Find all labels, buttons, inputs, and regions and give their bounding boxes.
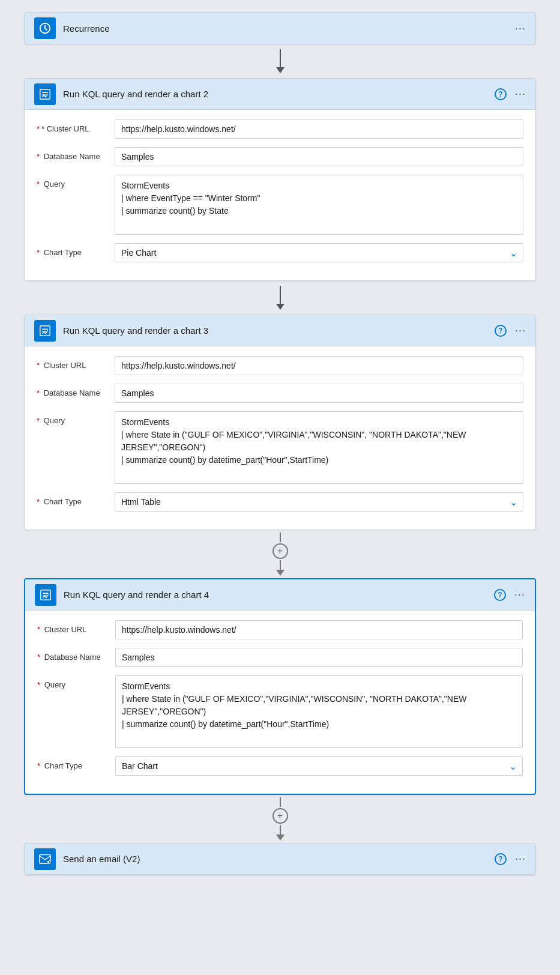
card-4-ellipsis-button[interactable]: ···	[514, 588, 525, 601]
add-step-button-1[interactable]: +	[272, 543, 288, 559]
recurrence-header: Recurrence ···	[25, 13, 535, 44]
card-3-cluster-input[interactable]	[115, 356, 523, 375]
card-4-charttype-select[interactable]: Bar Chart Pie Chart Html Table	[115, 756, 523, 776]
plus-connector-2: +	[272, 797, 288, 841]
card-2-database-input[interactable]	[115, 147, 523, 166]
card-3: Run KQL query and render a chart 3 ? ···…	[24, 315, 536, 530]
card-3-database-label: * Database Name	[37, 384, 115, 397]
card-3-charttype-row: * Chart Type Html Table Pie Chart Bar Ch…	[37, 492, 523, 512]
plus-connector-2-bottom-arrow	[276, 835, 285, 841]
send-email-card: Send an email (V2) ? ···	[24, 843, 536, 875]
recurrence-icon	[34, 17, 56, 39]
card-4-help-button[interactable]: ?	[494, 589, 506, 601]
plus-connector-1: +	[272, 533, 288, 576]
card-4-query-input[interactable]: StormEvents | where State in ("GULF OF M…	[115, 675, 523, 748]
card-4-cluster-row: * Cluster URL	[37, 620, 523, 639]
card-4-query-required: *	[37, 680, 40, 689]
card-3-database-input[interactable]	[115, 384, 523, 403]
card-2-database-label: * Database Name	[37, 147, 115, 161]
send-email-ellipsis-button[interactable]: ···	[515, 853, 526, 865]
card-4-database-required: *	[37, 653, 40, 662]
card-2-charttype-row: * Chart Type Pie Chart Bar Chart Html Ta…	[37, 243, 523, 262]
card-3-title: Run KQL query and render a chart 3	[63, 325, 495, 336]
card-2-actions: ? ···	[495, 88, 526, 100]
card-4-charttype-row: * Chart Type Bar Chart Pie Chart Html Ta…	[37, 756, 523, 776]
svg-point-12	[47, 860, 50, 863]
connector-1	[276, 49, 285, 73]
card-4-cluster-input[interactable]	[115, 620, 523, 639]
card-4-cluster-required: *	[37, 625, 40, 634]
send-email-icon	[34, 848, 56, 870]
card-4-body: * Cluster URL * Database Name * Query St…	[25, 611, 535, 794]
card-3-icon	[34, 320, 56, 342]
card-3-charttype-required: *	[37, 497, 40, 506]
card-3-query-row: * Query StormEvents | where State in ("G…	[37, 411, 523, 484]
card-3-body: * Cluster URL * Database Name * Query St…	[25, 346, 535, 530]
card-2-database-required: *	[37, 152, 40, 161]
recurrence-actions: ···	[515, 22, 526, 35]
card-3-cluster-label: * Cluster URL	[37, 356, 115, 370]
card-4-database-row: * Database Name	[37, 648, 523, 667]
card-4-charttype-wrapper: Bar Chart Pie Chart Html Table ⌄	[115, 756, 523, 776]
card-3-charttype-label: * Chart Type	[37, 492, 115, 506]
kql-icon-4	[39, 588, 52, 602]
card-2-database-row: * Database Name	[37, 147, 523, 166]
card-3-ellipsis-button[interactable]: ···	[515, 324, 526, 337]
send-email-actions: ? ···	[495, 853, 526, 865]
card-4-query-row: * Query StormEvents | where State in ("G…	[37, 675, 523, 748]
add-step-button-2[interactable]: +	[272, 808, 288, 824]
plus-connector-1-top-line	[280, 533, 281, 542]
connector-line-1	[280, 49, 281, 67]
card-2-cluster-required: *	[37, 124, 40, 133]
card-2-charttype-label: * Chart Type	[37, 243, 115, 257]
connector-2	[276, 286, 285, 310]
card-2-charttype-wrapper: Pie Chart Bar Chart Html Table ⌄	[115, 243, 523, 262]
card-4-header: Run KQL query and render a chart 4 ? ···	[25, 579, 535, 611]
card-2-cluster-label: ** Cluster URL	[37, 119, 115, 133]
svg-rect-7	[41, 590, 51, 600]
card-3-charttype-wrapper: Html Table Pie Chart Bar Chart ⌄	[115, 492, 523, 512]
card-2-title: Run KQL query and render a chart 2	[63, 89, 495, 99]
card-3-header: Run KQL query and render a chart 3 ? ···	[25, 315, 535, 346]
send-email-help-button[interactable]: ?	[495, 853, 507, 865]
card-4-title: Run KQL query and render a chart 4	[64, 590, 494, 600]
plus-connector-2-bottom-line	[280, 825, 281, 835]
card-2-help-button[interactable]: ?	[495, 88, 507, 100]
card-3-query-input[interactable]: StormEvents | where State in ("GULF OF M…	[115, 411, 523, 484]
card-3-help-button[interactable]: ?	[495, 325, 507, 337]
card-2-body: ** Cluster URL * Database Name * Query S…	[25, 110, 535, 280]
connector-arrow-2	[276, 304, 285, 310]
card-3-cluster-row: * Cluster URL	[37, 356, 523, 375]
card-2-ellipsis-button[interactable]: ···	[515, 88, 526, 100]
card-4-query-label: * Query	[37, 675, 115, 689]
card-2-query-required: *	[37, 180, 40, 189]
card-2-icon	[34, 83, 56, 105]
send-email-header: Send an email (V2) ? ···	[25, 844, 535, 875]
card-2-charttype-select[interactable]: Pie Chart Bar Chart Html Table	[115, 243, 523, 262]
recurrence-title: Recurrence	[63, 23, 515, 34]
plus-connector-1-bottom-line	[280, 560, 281, 570]
plus-connector-2-top-line	[280, 797, 281, 807]
recurrence-ellipsis-button[interactable]: ···	[515, 22, 526, 35]
card-3-database-row: * Database Name	[37, 384, 523, 403]
card-4-database-input[interactable]	[115, 648, 523, 667]
card-3-database-required: *	[37, 388, 40, 397]
svg-rect-1	[40, 89, 50, 99]
card-3-cluster-required: *	[37, 361, 40, 370]
card-4-charttype-required: *	[37, 761, 40, 770]
card-4-actions: ? ···	[494, 588, 525, 601]
card-2-cluster-row: ** Cluster URL	[37, 119, 523, 139]
card-3-charttype-select[interactable]: Html Table Pie Chart Bar Chart	[115, 492, 523, 512]
card-2-query-label: * Query	[37, 175, 115, 189]
card-3-actions: ? ···	[495, 324, 526, 337]
card-2-query-row: * Query StormEvents | where EventType ==…	[37, 175, 523, 235]
card-3-query-required: *	[37, 416, 40, 425]
card-2-query-input[interactable]: StormEvents | where EventType == "Winter…	[115, 175, 523, 235]
card-2-header: Run KQL query and render a chart 2 ? ···	[25, 79, 535, 110]
connector-arrow-1	[276, 67, 285, 73]
card-4-cluster-label: * Cluster URL	[37, 620, 115, 634]
svg-rect-4	[40, 325, 50, 336]
kql-icon-3	[38, 324, 52, 337]
plus-connector-1-bottom-arrow	[276, 570, 285, 576]
card-2-cluster-input[interactable]	[115, 119, 523, 139]
